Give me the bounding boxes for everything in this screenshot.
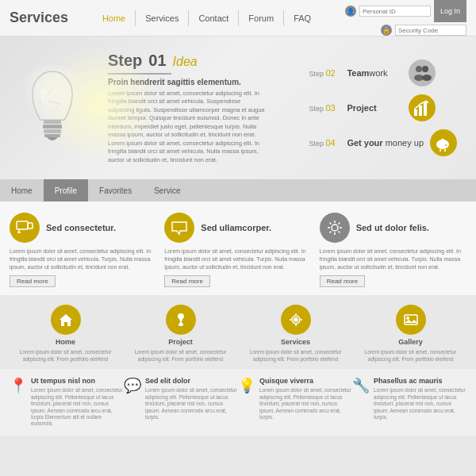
- header: Services Home Services Contact Forum FAQ…: [0, 0, 476, 36]
- footer-text-1: Lorem ipsum dolor sit amet, consectetur …: [31, 387, 124, 428]
- service-gallery-desc: Lorem ipsum dolor sit amet, consectetur …: [353, 349, 468, 363]
- footer-item-2: 💬 Sed elit dolor Lorem ipsum dolor sit a…: [124, 377, 238, 428]
- bulb-footer-icon: 💡: [238, 377, 255, 428]
- svg-rect-4: [44, 120, 61, 124]
- main-nav: Home Services Contact Forum FAQ: [93, 10, 321, 26]
- tabs: Home Profile Favorites Service: [0, 179, 476, 202]
- footer-text-3: Lorem ipsum dolor sit amet, consectetur …: [259, 387, 352, 420]
- feature-1-icon-row: Sed consectetur.: [10, 213, 156, 243]
- personal-id-row: 👤 Log In: [345, 0, 466, 22]
- feature-2: Sed ullamcorper. Lorem ipsum dolor sit a…: [164, 213, 311, 287]
- footer-item-1: 📍 Ut tempus nisl non Lorem ipsum dolor s…: [10, 377, 124, 428]
- security-code-row: 🔒: [381, 25, 466, 36]
- chat-icon: 💬: [124, 377, 141, 428]
- svg-point-27: [332, 225, 338, 231]
- feature-3: Sed ut dolor felis. Lorem ipsum dolor si…: [320, 213, 466, 287]
- service-services-icon[interactable]: [281, 305, 311, 335]
- svg-rect-5: [43, 125, 62, 129]
- feature-3-icon-row: Sed ut dolor felis.: [320, 213, 466, 243]
- step-icon-4: [430, 129, 457, 156]
- step-title-2: Teamwork: [347, 68, 402, 78]
- footer-title-3: Quisque viverra: [259, 377, 352, 385]
- feature-3-text: Lorem ipsum dolor sit amet, consectetur …: [320, 248, 466, 271]
- svg-rect-24: [28, 223, 33, 228]
- footer-title-1: Ut tempus nisl non: [31, 377, 124, 385]
- svg-point-17: [436, 140, 449, 149]
- footer-text-2: Lorem ipsum dolor sit amet, consectetur …: [145, 387, 238, 420]
- service-home-name: Home: [56, 338, 75, 346]
- login-area: 👤 Log In 🔒: [345, 0, 466, 36]
- features-section: Sed consectetur. Lorem ipsum dolor sit a…: [0, 202, 476, 295]
- step-row-4: Step 04 Get your money up: [309, 129, 457, 156]
- service-gallery-name: Gallery: [398, 338, 423, 346]
- svg-line-34: [338, 223, 340, 225]
- service-project-name: Project: [168, 338, 193, 346]
- nav-contact[interactable]: Contact: [189, 10, 239, 26]
- person-icon: 👤: [345, 6, 356, 17]
- service-project-icon[interactable]: [166, 305, 196, 335]
- svg-point-10: [422, 66, 428, 72]
- service-home-icon[interactable]: [51, 305, 81, 335]
- step-label-3: Step 03: [309, 103, 340, 113]
- security-code-input[interactable]: [395, 25, 466, 36]
- svg-rect-14: [419, 106, 422, 116]
- nav-home[interactable]: Home: [93, 10, 136, 26]
- step-title-3: Project: [347, 103, 402, 113]
- services-icons-section: Home Lorem ipsum dolor sit amet, consect…: [0, 295, 476, 369]
- svg-rect-21: [444, 149, 446, 152]
- bulb-area: [13, 44, 100, 171]
- service-gallery-icon[interactable]: [396, 305, 426, 335]
- nav-forum[interactable]: Forum: [239, 10, 284, 26]
- svg-rect-19: [441, 139, 444, 140]
- svg-point-9: [416, 66, 422, 72]
- service-home-desc: Lorem ipsum dolor sit amet, consectetur …: [8, 349, 123, 363]
- steps-right: Step 02 Teamwork Step 03 Project: [309, 60, 457, 156]
- svg-point-12: [422, 75, 432, 81]
- service-home: Home Lorem ipsum dolor sit amet, consect…: [8, 305, 123, 363]
- svg-rect-6: [44, 129, 61, 133]
- step-label-2: Step 02: [309, 68, 340, 78]
- feature-1-read-more[interactable]: Read more: [10, 275, 56, 287]
- feature-1-text: Lorem ipsum dolor sit amet, consectetur …: [10, 248, 156, 271]
- svg-line-35: [329, 232, 331, 233]
- svg-rect-15: [424, 102, 427, 116]
- nav-services[interactable]: Services: [136, 10, 189, 26]
- footer-title-4: Phasellus ac mauris: [374, 377, 466, 385]
- svg-point-38: [294, 317, 298, 322]
- service-project: Project Lorem ipsum dolor sit amet, cons…: [123, 305, 238, 363]
- footer-section: 📍 Ut tempus nisl non Lorem ipsum dolor s…: [0, 369, 476, 436]
- service-services-name: Services: [281, 338, 310, 346]
- hero-section: Step 01 Idea Proin hendrerit sagittis el…: [0, 36, 476, 179]
- lock-icon: 🔒: [381, 25, 392, 36]
- feature-3-icon: [320, 213, 350, 243]
- feature-2-read-more[interactable]: Read more: [164, 275, 210, 287]
- feature-1: Sed consectetur. Lorem ipsum dolor sit a…: [10, 213, 156, 287]
- svg-rect-13: [414, 109, 417, 116]
- svg-point-22: [445, 144, 447, 146]
- svg-rect-20: [440, 149, 441, 152]
- feature-2-title: Sed ullamcorper.: [201, 223, 271, 232]
- tab-profile[interactable]: Profile: [44, 179, 88, 202]
- svg-rect-7: [44, 134, 60, 137]
- step-idea: Idea: [173, 55, 198, 69]
- login-button[interactable]: Log In: [434, 0, 466, 22]
- step-row-2: Step 02 Teamwork: [309, 60, 457, 86]
- nav-faq[interactable]: FAQ: [284, 10, 321, 26]
- tab-favorites[interactable]: Favorites: [88, 179, 143, 202]
- footer-content-2: Sed elit dolor Lorem ipsum dolor sit ame…: [145, 377, 238, 428]
- feature-2-icon: [164, 213, 194, 243]
- feature-3-read-more[interactable]: Read more: [320, 275, 366, 287]
- svg-point-37: [178, 323, 183, 326]
- wrench-icon: 🔧: [352, 377, 370, 428]
- svg-rect-23: [17, 221, 28, 229]
- feature-2-icon-row: Sed ullamcorper.: [164, 213, 311, 243]
- personal-id-input[interactable]: [359, 6, 431, 17]
- step-number: 01: [148, 52, 166, 70]
- logo: Services: [10, 10, 68, 26]
- feature-1-icon: [10, 213, 40, 243]
- footer-item-3: 💡 Quisque viverra Lorem ipsum dolor sit …: [238, 377, 352, 428]
- footer-content-1: Ut tempus nisl non Lorem ipsum dolor sit…: [31, 377, 124, 428]
- tab-home[interactable]: Home: [0, 179, 44, 202]
- tab-service[interactable]: Service: [143, 179, 191, 202]
- svg-line-33: [338, 232, 340, 233]
